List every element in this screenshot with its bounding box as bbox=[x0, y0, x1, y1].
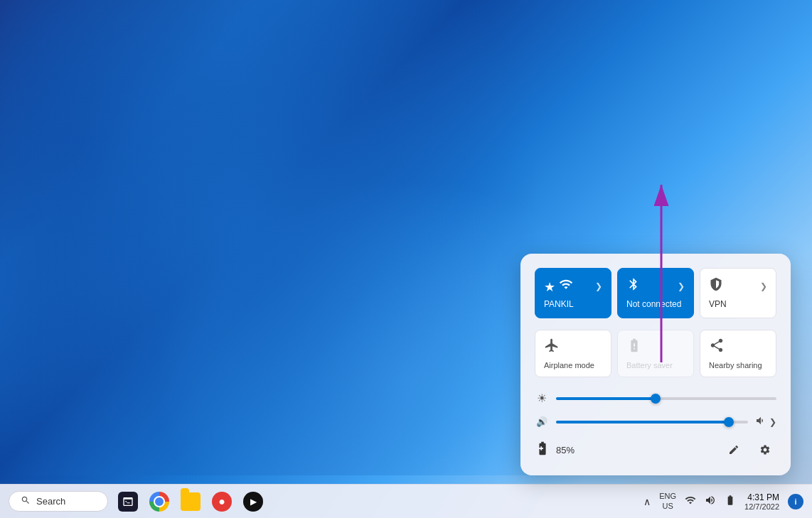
wifi-toggle-button[interactable]: ★ ❯ PANKIL bbox=[535, 268, 611, 318]
taskbar-right: ∧ ENGUS bbox=[643, 492, 803, 510]
chevron-up-icon[interactable]: ∧ bbox=[643, 496, 651, 507]
nearby-sharing-icon bbox=[709, 338, 725, 357]
file-explorer-app[interactable] bbox=[176, 487, 205, 516]
panel-footer: 85% bbox=[535, 438, 776, 461]
clock[interactable]: 4:31 PM 12/7/2022 bbox=[744, 492, 779, 511]
language-indicator[interactable]: ENGUS bbox=[659, 492, 676, 510]
user-badge[interactable]: i bbox=[788, 494, 803, 509]
brightness-thumb[interactable] bbox=[651, 394, 661, 404]
wifi-tray-icon[interactable] bbox=[685, 495, 696, 508]
folder-icon bbox=[181, 492, 201, 511]
app1[interactable]: ● bbox=[208, 487, 236, 516]
battery-saver-button[interactable]: Battery saver bbox=[617, 330, 694, 377]
search-button[interactable]: Search bbox=[9, 491, 108, 512]
nearby-sharing-button[interactable]: Nearby sharing bbox=[700, 330, 776, 377]
volume-output-controls: ❯ bbox=[755, 415, 776, 428]
desktop: ★ ❯ PANKIL ❯ bbox=[0, 0, 812, 518]
vpn-shield-icon bbox=[709, 277, 723, 295]
brightness-slider[interactable] bbox=[556, 397, 776, 400]
battery-saver-label: Battery saver bbox=[626, 361, 673, 369]
taskbar: Search ● bbox=[0, 484, 812, 518]
search-icon bbox=[21, 495, 31, 507]
app2[interactable]: ▶ bbox=[239, 487, 267, 516]
wifi-icon: ★ bbox=[544, 277, 573, 295]
clock-date: 12/7/2022 bbox=[744, 502, 779, 511]
bluetooth-label: Not connected bbox=[626, 299, 685, 309]
volume-chevron-icon[interactable]: ❯ bbox=[769, 417, 776, 427]
brightness-slider-row: ☀ bbox=[535, 392, 776, 405]
terminal-app[interactable] bbox=[114, 487, 142, 516]
app1-icon: ● bbox=[212, 492, 232, 512]
terminal-icon bbox=[118, 492, 138, 512]
bluetooth-icon bbox=[626, 277, 641, 295]
chrome-icon bbox=[149, 492, 169, 512]
brightness-icon: ☀ bbox=[535, 392, 549, 405]
edit-button[interactable] bbox=[722, 438, 745, 461]
volume-slider[interactable] bbox=[556, 421, 748, 423]
battery-tray-icon[interactable] bbox=[725, 495, 736, 508]
search-label: Search bbox=[36, 496, 65, 507]
taskbar-left: Search ● bbox=[9, 487, 643, 516]
battery-icon bbox=[535, 441, 550, 460]
battery-percent: 85% bbox=[556, 445, 575, 455]
brightness-fill bbox=[556, 397, 656, 400]
wifi-label: PANKIL bbox=[544, 299, 602, 309]
airplane-label: Airplane mode bbox=[544, 361, 594, 369]
quick-settings-panel: ★ ❯ PANKIL ❯ bbox=[520, 254, 791, 475]
speaker-output-icon[interactable] bbox=[755, 415, 766, 428]
clock-time: 4:31 PM bbox=[744, 492, 779, 502]
volume-tray-icon[interactable] bbox=[705, 495, 716, 508]
settings-button[interactable] bbox=[754, 438, 776, 461]
app2-icon: ▶ bbox=[243, 492, 263, 512]
airplane-mode-button[interactable]: Airplane mode bbox=[535, 330, 611, 377]
bluetooth-toggle-button[interactable]: ❯ Not connected bbox=[617, 268, 694, 318]
airplane-icon bbox=[544, 338, 560, 357]
vpn-label: VPN bbox=[709, 299, 767, 309]
quick-toggle-row-1: ★ ❯ PANKIL ❯ bbox=[535, 268, 776, 318]
bluetooth-chevron-icon: ❯ bbox=[678, 281, 685, 291]
volume-fill bbox=[556, 421, 729, 423]
language-label: ENGUS bbox=[659, 492, 676, 510]
volume-slider-row: 🔊 ❯ bbox=[535, 415, 776, 428]
chrome-app[interactable] bbox=[145, 487, 173, 516]
taskbar-apps: ● ▶ bbox=[114, 487, 267, 516]
wifi-chevron-icon: ❯ bbox=[595, 281, 602, 291]
nearby-sharing-label: Nearby sharing bbox=[709, 361, 762, 369]
volume-icon: 🔊 bbox=[535, 416, 549, 427]
battery-saver-icon bbox=[626, 338, 642, 357]
footer-actions bbox=[722, 438, 776, 461]
user-initial: i bbox=[794, 497, 796, 506]
system-tray: ∧ bbox=[643, 496, 651, 507]
quick-toggle-row-2: Airplane mode Battery saver Nearby bbox=[535, 330, 776, 377]
vpn-chevron-icon: ❯ bbox=[760, 281, 767, 291]
vpn-toggle-button[interactable]: ❯ VPN bbox=[700, 268, 776, 318]
battery-info: 85% bbox=[535, 441, 575, 460]
volume-thumb[interactable] bbox=[724, 417, 734, 427]
